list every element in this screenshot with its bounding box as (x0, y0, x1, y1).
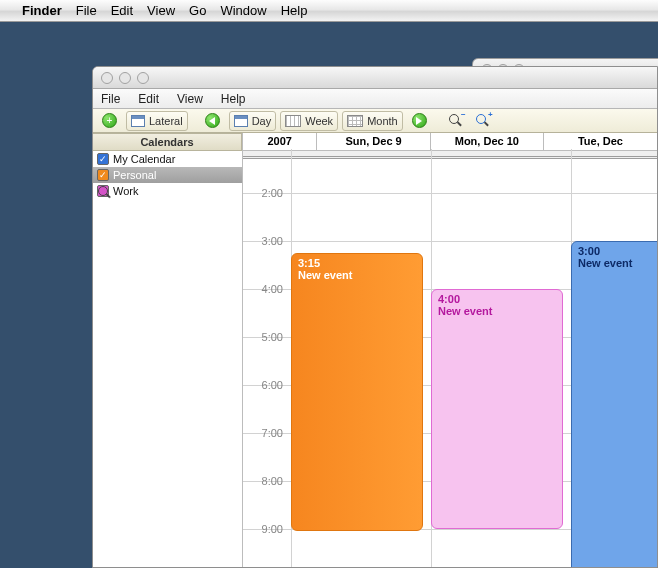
event-title: New event (438, 305, 556, 317)
event-block[interactable]: 3:15 New event (291, 253, 423, 531)
minimize-icon[interactable] (119, 72, 131, 84)
event-time: 4:00 (438, 293, 460, 305)
add-button[interactable]: + (97, 111, 122, 131)
hour-label: 3:00 (243, 235, 287, 247)
next-arrow-icon (412, 113, 427, 128)
os-menu-edit[interactable]: Edit (111, 3, 133, 18)
prev-arrow-icon (205, 113, 220, 128)
zoom-icon[interactable] (137, 72, 149, 84)
hour-label: 6:00 (243, 379, 287, 391)
event-time: 3:15 (298, 257, 320, 269)
day-header[interactable]: Tue, Dec (544, 133, 657, 150)
hour-label: 5:00 (243, 331, 287, 343)
window-titlebar[interactable] (93, 67, 657, 89)
day-label: Day (252, 115, 272, 127)
calendar-item-my-calendar[interactable]: My Calendar (93, 151, 242, 167)
calendar-window: File Edit View Help + Lateral Day Week M… (92, 66, 658, 568)
os-menu-window[interactable]: Window (220, 3, 266, 18)
calendar-item-label: Work (113, 185, 138, 197)
day-header[interactable]: Sun, Dec 9 (317, 133, 430, 150)
day-icon (234, 115, 248, 127)
hour-label: 7:00 (243, 427, 287, 439)
event-block[interactable]: 4:00 New event (431, 289, 563, 529)
zoom-in-button[interactable]: + (471, 111, 494, 131)
week-label: Week (305, 115, 333, 127)
event-title: New event (298, 269, 416, 281)
lateral-button[interactable]: Lateral (126, 111, 188, 131)
sidebar-icon (131, 115, 145, 127)
day-header[interactable]: Mon, Dec 10 (431, 133, 544, 150)
week-view-button[interactable]: Week (280, 111, 338, 131)
checkbox-icon[interactable] (97, 169, 109, 181)
app-menu-help[interactable]: Help (221, 92, 246, 106)
os-menubar: Finder File Edit View Go Window Help (0, 0, 658, 22)
month-label: Month (367, 115, 398, 127)
app-menubar: File Edit View Help (93, 89, 657, 109)
prev-button[interactable] (200, 111, 225, 131)
time-grid[interactable]: 2:00 3:00 4:00 5:00 6:00 7:00 8:00 9:00 … (243, 159, 657, 568)
os-menu-go[interactable]: Go (189, 3, 206, 18)
calendar-item-label: My Calendar (113, 153, 175, 165)
sidebar-header: Calendars (93, 133, 242, 151)
hour-label: 4:00 (243, 283, 287, 295)
checkbox-icon[interactable] (97, 153, 109, 165)
day-header-row: 2007 Sun, Dec 9 Mon, Dec 10 Tue, Dec (243, 133, 657, 151)
all-day-row[interactable] (243, 151, 657, 159)
event-title: New event (578, 257, 658, 269)
os-menu-view[interactable]: View (147, 3, 175, 18)
zoom-out-button[interactable]: − (444, 111, 467, 131)
event-time: 3:00 (578, 245, 600, 257)
hour-label: 2:00 (243, 187, 287, 199)
os-menu-file[interactable]: File (76, 3, 97, 18)
calendar-item-label: Personal (113, 169, 156, 181)
year-label: 2007 (243, 133, 317, 150)
month-view-button[interactable]: Month (342, 111, 403, 131)
os-app-name[interactable]: Finder (22, 3, 62, 18)
content-area: Calendars My Calendar Personal Work 2007… (93, 133, 657, 567)
plus-icon: + (102, 113, 117, 128)
app-menu-view[interactable]: View (177, 92, 203, 106)
os-menu-help[interactable]: Help (281, 3, 308, 18)
week-view: 2007 Sun, Dec 9 Mon, Dec 10 Tue, Dec 2:0… (243, 133, 657, 567)
magnifier-minus-icon (449, 114, 462, 127)
close-icon[interactable] (101, 72, 113, 84)
day-view-button[interactable]: Day (229, 111, 277, 131)
app-menu-file[interactable]: File (101, 92, 120, 106)
calendar-item-personal[interactable]: Personal (93, 167, 242, 183)
toolbar: + Lateral Day Week Month − + (93, 109, 657, 133)
next-button[interactable] (407, 111, 432, 131)
sidebar: Calendars My Calendar Personal Work (93, 133, 243, 567)
hour-label: 9:00 (243, 523, 287, 535)
calendar-item-work[interactable]: Work (93, 183, 242, 199)
checkbox-icon[interactable] (97, 185, 109, 197)
app-menu-edit[interactable]: Edit (138, 92, 159, 106)
hour-label: 8:00 (243, 475, 287, 487)
lateral-label: Lateral (149, 115, 183, 127)
magnifier-plus-icon (476, 114, 489, 127)
month-icon (347, 115, 363, 127)
event-block[interactable]: 3:00 New event (571, 241, 658, 568)
week-icon (285, 115, 301, 127)
